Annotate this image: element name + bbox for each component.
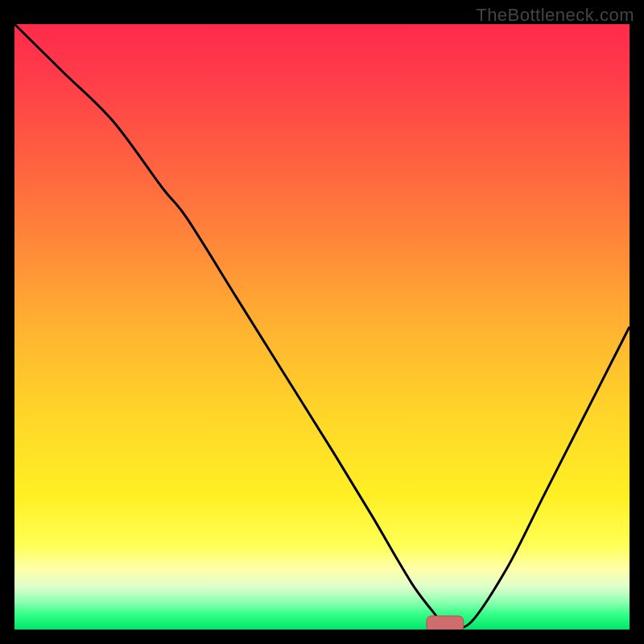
plot-area — [14, 24, 630, 630]
optimal-marker — [427, 616, 464, 630]
watermark-text: TheBottleneck.com — [476, 5, 634, 26]
chart-frame: TheBottleneck.com — [0, 0, 644, 644]
chart-svg — [14, 24, 630, 630]
